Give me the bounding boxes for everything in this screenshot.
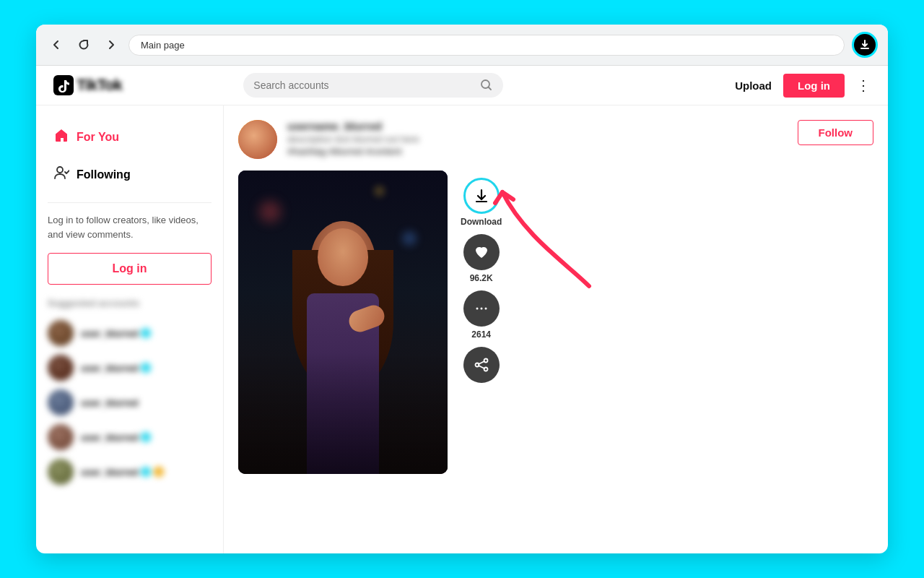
sidebar-login-prompt: Log in to follow creators, like videos, … (48, 213, 212, 241)
forward-button[interactable] (101, 35, 121, 55)
avatar (48, 459, 74, 485)
comment-action[interactable]: 2614 (463, 290, 500, 340)
list-item[interactable]: user_blurred✓ (48, 316, 212, 350)
tiktok-logo: TikTok (53, 75, 122, 95)
heart-icon (474, 244, 489, 260)
list-item[interactable]: user_blurred✓ (48, 420, 212, 454)
verified-icon: ✓ (141, 432, 151, 442)
suggested-username: user_blurred✓ (81, 363, 151, 374)
content-area: username_blurred description text blurre… (224, 105, 888, 553)
post-header: username_blurred description text blurre… (238, 120, 873, 159)
browser-chrome-bar (36, 25, 888, 66)
verified-icon: ✓ (141, 467, 151, 477)
verified-icon: ✓ (141, 328, 151, 338)
svg-point-3 (476, 308, 478, 310)
comment-circle[interactable] (463, 290, 500, 327)
header-right: Upload Log in ⋮ (735, 74, 871, 98)
suggested-label: Suggested accounts (48, 298, 212, 309)
back-button[interactable] (46, 35, 66, 55)
comment-icon (474, 301, 489, 316)
svg-point-5 (484, 308, 487, 310)
sidebar: For You Following Log in to follow creat… (36, 105, 224, 553)
tiktok-logo-text: TikTok (77, 76, 122, 95)
follow-button[interactable]: Follow (798, 120, 874, 145)
download-action[interactable]: Download (461, 178, 502, 227)
for-you-label: For You (77, 131, 119, 144)
avatar (48, 320, 74, 346)
avatar (48, 424, 74, 450)
suggested-accounts-list: user_blurred✓ user_blurred✓ user_blurred (48, 316, 212, 489)
download-label: Download (461, 217, 502, 227)
list-item[interactable]: user_blurred✓ (48, 350, 212, 385)
video-overlay (238, 353, 448, 474)
svg-point-4 (480, 308, 482, 310)
tiktok-logo-icon (53, 75, 74, 95)
download-circle[interactable] (463, 178, 500, 214)
post-description: description text blurred out here (287, 134, 788, 144)
like-action[interactable]: 96.2K (463, 234, 500, 283)
video-thumbnail[interactable] (238, 171, 448, 474)
refresh-button[interactable] (74, 35, 94, 55)
avatar (48, 355, 74, 381)
like-circle[interactable] (463, 234, 500, 270)
upload-button[interactable]: Upload (735, 79, 772, 92)
avatar (48, 389, 74, 415)
sidebar-item-for-you[interactable]: For You (48, 120, 212, 155)
following-label: Following (77, 168, 131, 181)
share-circle[interactable] (463, 347, 500, 383)
action-buttons: Download 96.2K (448, 171, 515, 394)
post-info: username_blurred description text blurre… (287, 120, 788, 157)
url-bar[interactable] (128, 35, 845, 56)
svg-point-2 (57, 167, 63, 173)
sidebar-divider (48, 202, 212, 203)
suggested-username: user_blurred✓ (81, 328, 151, 339)
login-button[interactable]: Log in (783, 74, 845, 98)
browser-window: TikTok Upload Log in ⋮ For You (36, 25, 888, 553)
list-item[interactable]: user_blurred (48, 385, 212, 420)
search-input[interactable] (253, 79, 474, 91)
action-buttons-wrapper: Download 96.2K (448, 171, 515, 394)
post-tags: #hashtag #blurred #content (287, 146, 788, 157)
more-options-button[interactable]: ⋮ (856, 77, 871, 94)
search-icon (480, 79, 493, 92)
suggested-username: user_blurred✓★ (81, 467, 164, 478)
post-username: username_blurred (287, 120, 788, 132)
browser-download-button[interactable] (852, 32, 878, 58)
search-bar[interactable] (243, 73, 503, 98)
like-count: 96.2K (470, 273, 493, 283)
following-icon (53, 165, 69, 185)
app-header: TikTok Upload Log in ⋮ (36, 66, 888, 105)
share-icon (474, 357, 489, 373)
video-background (238, 171, 448, 474)
comment-count: 2614 (471, 329, 491, 340)
verified-icon: ✓ (141, 363, 151, 373)
suggested-username: user_blurred (81, 397, 138, 408)
home-icon (53, 127, 69, 147)
share-action[interactable] (463, 347, 500, 383)
sidebar-item-following[interactable]: Following (48, 158, 212, 192)
download-icon (474, 188, 489, 204)
post-avatar (238, 120, 277, 159)
video-row: Download 96.2K (238, 171, 873, 474)
suggested-username: user_blurred✓ (81, 432, 151, 443)
avatar-image (238, 120, 277, 159)
gold-badge-icon: ★ (154, 467, 164, 477)
main-layout: For You Following Log in to follow creat… (36, 105, 888, 553)
sidebar-login-button[interactable]: Log in (48, 253, 212, 285)
list-item[interactable]: user_blurred✓★ (48, 454, 212, 489)
